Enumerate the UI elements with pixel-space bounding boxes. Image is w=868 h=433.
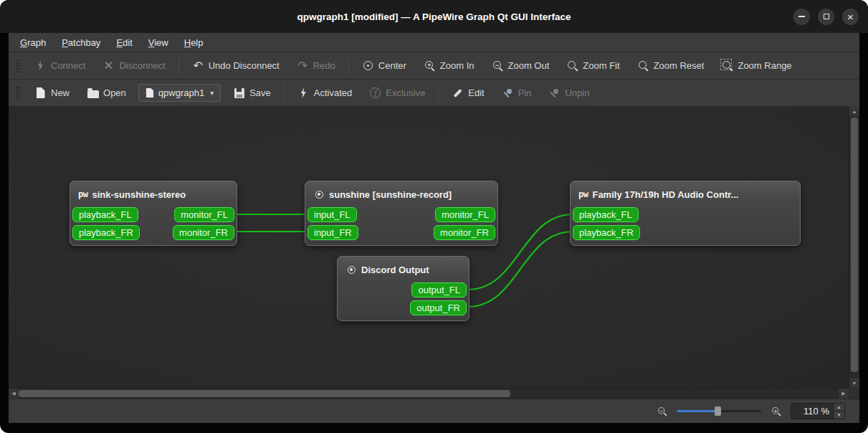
activated-button[interactable]: Activated <box>290 83 360 103</box>
port-playback-fl[interactable]: playback_FL <box>72 207 138 222</box>
node-header: Discord Output <box>340 262 467 277</box>
menu-graph[interactable]: Graph <box>13 35 53 50</box>
menu-view[interactable]: View <box>141 35 176 50</box>
node-title: sink-sunshine-stereo <box>92 189 186 200</box>
minimize-icon <box>798 16 805 17</box>
horizontal-scrollbar[interactable]: ◀ ▶ <box>9 388 849 399</box>
connect-label: Connect <box>51 60 85 71</box>
open-button[interactable]: Open <box>79 83 134 103</box>
zoom-slider-handle[interactable] <box>715 406 721 416</box>
port-playback-fr[interactable]: playback_FR <box>573 225 640 240</box>
port-row: playback_FR <box>573 225 798 240</box>
zoom-slider[interactable] <box>677 410 761 412</box>
port-row: playback_FL monitor_FL <box>72 207 234 222</box>
node-header: sunshine [sunshine-record] <box>307 186 495 202</box>
node-sink-sunshine-stereo[interactable]: pw sink-sunshine-stereo playback_FL moni… <box>70 181 237 246</box>
maximize-icon <box>824 14 829 19</box>
redo-button: ↷ Redo <box>289 56 343 75</box>
zoom-range-button[interactable]: Zoom Range <box>713 56 799 75</box>
save-label: Save <box>249 87 271 98</box>
center-button[interactable]: Center <box>354 56 414 75</box>
zoom-reset-icon <box>637 60 649 72</box>
zoom-spinbox: ▲ ▼ <box>791 403 845 419</box>
zoom-out-label: Zoom Out <box>508 60 550 71</box>
session-dropdown[interactable]: qpwgraph1 ▾ <box>138 84 221 102</box>
port-output-fl[interactable]: output_FL <box>411 282 467 298</box>
node-title: Family 17h/19h HD Audio Contr... <box>592 189 738 200</box>
center-icon <box>362 60 374 72</box>
edit-label: Edit <box>468 87 484 98</box>
port-monitor-fl[interactable]: monitor_FL <box>174 207 234 222</box>
graph-toolbar: Connect Disconnect ↶ Undo Disconnect ↷ R… <box>9 52 859 79</box>
minimize-button[interactable] <box>793 9 810 25</box>
open-label: Open <box>103 87 126 98</box>
graph-canvas[interactable]: pw sink-sunshine-stereo playback_FL moni… <box>9 106 849 388</box>
window-title: qpwgraph1 [modified] — A PipeWire Graph … <box>297 11 571 22</box>
port-input-fr[interactable]: input_FR <box>307 225 358 240</box>
connect-icon <box>34 60 47 72</box>
node-sunshine-record[interactable]: sunshine [sunshine-record] input_FL moni… <box>305 181 498 246</box>
port-monitor-fr[interactable]: monitor_FR <box>173 225 234 240</box>
zoom-spin-up-button[interactable]: ▲ <box>834 404 844 411</box>
open-folder-icon <box>87 90 99 98</box>
port-monitor-fr[interactable]: monitor_FR <box>434 225 495 240</box>
exclusive-label: Exclusive <box>386 87 425 98</box>
port-row: output_FR <box>340 300 467 315</box>
titlebar[interactable]: qpwgraph1 [modified] — A PipeWire Graph … <box>0 0 868 33</box>
node-title: Discord Output <box>361 265 429 275</box>
zoom-fit-label: Zoom Fit <box>583 60 619 71</box>
session-toolbar: New Open qpwgraph1 ▾ Save Activated f <box>9 79 859 106</box>
scroll-left-arrow[interactable]: ◀ <box>9 389 19 399</box>
zoom-out-indicator-icon[interactable]: − <box>657 406 667 416</box>
port-row: input_FL monitor_FL <box>307 207 495 222</box>
window-controls: × <box>793 0 859 33</box>
menu-help[interactable]: Help <box>177 35 211 50</box>
close-icon: × <box>847 11 854 22</box>
port-playback-fl[interactable]: playback_FL <box>573 207 639 222</box>
toolbar-separator <box>348 57 349 75</box>
canvas-area: pw sink-sunshine-stereo playback_FL moni… <box>9 106 859 399</box>
pipewire-icon: pw <box>578 189 588 199</box>
node-family-hd-audio[interactable]: pw Family 17h/19h HD Audio Contr... play… <box>570 181 801 246</box>
port-monitor-fl[interactable]: monitor_FL <box>435 207 495 222</box>
zoom-in-indicator-icon[interactable]: + <box>771 406 781 416</box>
record-icon <box>313 189 325 200</box>
zoom-fit-icon <box>566 60 578 72</box>
zoom-out-button[interactable]: − Zoom Out <box>484 56 558 75</box>
menu-patchbay[interactable]: Patchbay <box>54 35 108 50</box>
zoom-value-input[interactable] <box>791 404 833 419</box>
horizontal-scroll-thumb[interactable] <box>19 390 510 397</box>
node-discord-output[interactable]: Discord Output output_FL output_FR <box>337 256 469 321</box>
maximize-button[interactable] <box>818 9 834 25</box>
edit-button[interactable]: Edit <box>444 83 492 103</box>
undo-disconnect-button[interactable]: ↶ Undo Disconnect <box>184 56 287 75</box>
scroll-up-arrow[interactable]: ▲ <box>849 106 859 116</box>
unpin-label: Unpin <box>565 87 589 98</box>
menu-edit[interactable]: Edit <box>109 35 139 50</box>
statusbar: − + ▲ ▼ <box>9 399 859 423</box>
close-button[interactable]: × <box>842 9 859 25</box>
wires-layer <box>9 106 849 388</box>
zoom-reset-button[interactable]: Zoom Reset <box>629 56 712 75</box>
vertical-scrollbar[interactable]: ▲ ▼ <box>849 106 859 388</box>
new-button[interactable]: New <box>27 83 77 103</box>
port-output-fr[interactable]: output_FR <box>410 300 467 315</box>
edit-pencil-icon <box>452 87 464 99</box>
vertical-scroll-thumb[interactable] <box>851 118 858 372</box>
node-header: pw sink-sunshine-stereo <box>72 186 234 202</box>
save-button[interactable]: Save <box>225 83 279 103</box>
vertical-scroll-track[interactable] <box>849 116 859 378</box>
zoom-spin-down-button[interactable]: ▼ <box>834 411 844 419</box>
port-input-fl[interactable]: input_FL <box>307 207 357 222</box>
redo-icon: ↷ <box>297 60 309 72</box>
scroll-right-arrow[interactable]: ▶ <box>839 389 849 399</box>
toolbar-separator <box>178 57 179 75</box>
scroll-down-arrow[interactable]: ▼ <box>849 378 859 388</box>
toolbar-handle[interactable] <box>16 59 21 73</box>
toolbar-handle[interactable] <box>16 86 21 100</box>
zoom-fit-button[interactable]: Zoom Fit <box>558 56 627 75</box>
exclusive-icon: f <box>370 87 381 98</box>
port-playback-fr[interactable]: playback_FR <box>72 225 140 240</box>
zoom-in-button[interactable]: + Zoom In <box>416 56 482 75</box>
horizontal-scroll-track[interactable] <box>19 389 839 399</box>
